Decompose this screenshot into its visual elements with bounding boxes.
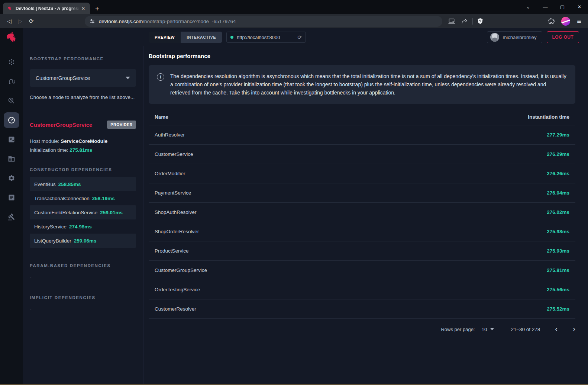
browser-tab[interactable]: Devtools | NestJS - A progressive ✕ <box>3 3 90 14</box>
forward-icon: ▷ <box>18 18 23 25</box>
user-avatar <box>490 33 499 42</box>
init-time-line: Initialization time: 275.81ms <box>30 146 136 155</box>
close-button[interactable]: ✕ <box>571 0 588 14</box>
preview-button[interactable]: PREVIEW <box>149 32 181 43</box>
col-name: Name <box>155 114 528 120</box>
address-bar[interactable]: devtools.nestjs.com/bootstrap-performanc… <box>85 16 442 27</box>
pagination: Rows per page: 10 21–30 of 278 ‹ › <box>149 319 575 340</box>
info-box: i The dependencies resolution algorithm … <box>149 65 575 104</box>
new-tab-button[interactable]: + <box>95 5 99 12</box>
window-dropdown-icon[interactable]: ⌄ <box>520 0 537 14</box>
browser-window: Devtools | NestJS - A progressive ✕ + ⌄ … <box>0 0 588 385</box>
list-item: EventBus258.85ms <box>30 177 136 191</box>
analysis-panel: BOOTSTRAP PERFORMANCE CustomerGroupServi… <box>23 46 143 384</box>
col-instantiation-time: Instantiation time <box>528 114 569 120</box>
target-reload-icon[interactable]: ⟳ <box>297 34 302 40</box>
user-chip[interactable]: michaelbromley <box>487 31 542 43</box>
nav-routes-icon[interactable] <box>4 74 19 89</box>
nav-logs-icon[interactable] <box>4 190 19 205</box>
extensions-icon[interactable] <box>548 18 555 25</box>
table-row[interactable]: OrderModifier276.26ms <box>149 164 575 183</box>
nestjs-favicon-icon <box>7 6 13 12</box>
back-icon[interactable]: ◁ <box>7 18 12 25</box>
table-row[interactable]: PaymentService276.04ms <box>149 183 575 203</box>
rows-per-page-select[interactable]: 10 <box>481 327 494 332</box>
send-to-device-icon[interactable] <box>448 18 455 24</box>
icon-rail <box>0 28 23 384</box>
next-page-button[interactable]: › <box>573 325 575 333</box>
table-header: Name Instantiation time <box>149 109 575 125</box>
target-url-input[interactable] <box>237 35 289 40</box>
param-deps-title: PARAM-BASED DEPENDENCIES <box>30 263 136 268</box>
table-row[interactable]: CustomerGroupService275.81ms <box>149 261 575 280</box>
page-range: 21–30 of 278 <box>511 327 540 332</box>
host-module-value: ServiceCoreModule <box>61 138 107 144</box>
table-row[interactable]: CustomerService276.29ms <box>149 145 575 164</box>
table-row[interactable]: ProductService275.93ms <box>149 241 575 261</box>
table-row[interactable]: OrderTestingService275.56ms <box>149 280 575 299</box>
chevron-down-icon <box>126 77 130 79</box>
panel-title: BOOTSTRAP PERFORMANCE <box>30 57 136 61</box>
table-row[interactable]: ShopAuthResolver276.02ms <box>149 203 575 222</box>
param-deps-empty: - <box>30 274 136 280</box>
constructor-deps-list: EventBus258.85ms TransactionalConnection… <box>30 177 136 248</box>
page-title: Bootstrap performance <box>149 53 575 59</box>
nav-audit-icon[interactable] <box>4 132 19 147</box>
username: michaelbromley <box>503 35 536 40</box>
tab-title: Devtools | NestJS - A progressive <box>16 6 80 11</box>
nav-tools-icon[interactable] <box>4 209 19 225</box>
performance-table: Name Instantiation time AuthResolver277.… <box>149 109 575 319</box>
browser-navbar: ◁ ▷ ⟳ devtools.nestjs.com/bootstrap-perf… <box>0 14 588 28</box>
node-select[interactable]: CustomerGroupService <box>30 69 136 87</box>
toolbar-divider <box>472 18 473 25</box>
table-row[interactable]: CustomerResolver275.52ms <box>149 299 575 319</box>
browser-menu-icon[interactable]: ≡ <box>577 17 581 26</box>
share-icon[interactable] <box>461 18 468 24</box>
tune-icon[interactable] <box>89 18 95 24</box>
rows-per-page-label: Rows per page: <box>441 327 475 332</box>
panel-hint: Choose a node to analyze from the list a… <box>30 93 136 101</box>
list-item: CustomFieldRelationService259.01ms <box>30 205 136 219</box>
provider-badge: PROVIDER <box>107 121 136 129</box>
previous-page-button[interactable]: ‹ <box>555 325 558 333</box>
nav-graph-icon[interactable] <box>4 54 19 70</box>
nav-performance-icon[interactable] <box>4 112 19 128</box>
implicit-deps-title: IMPLICIT DEPENDENCIES <box>30 295 136 300</box>
nav-insights-icon[interactable] <box>4 93 19 109</box>
list-item: TransactionalConnection258.19ms <box>30 191 136 205</box>
target-url-box: ⟳ <box>226 32 306 43</box>
nav-settings-icon[interactable] <box>4 170 19 186</box>
reload-icon[interactable]: ⟳ <box>29 18 34 25</box>
minimize-button[interactable]: — <box>537 0 554 14</box>
info-icon: i <box>157 73 164 81</box>
tab-close-icon[interactable]: ✕ <box>80 5 87 12</box>
constructor-deps-title: CONSTRUCTOR DEPENDENCIES <box>30 167 136 172</box>
selected-node-name: CustomerGroupService <box>30 122 92 128</box>
init-time-value: 275.81ms <box>70 147 92 153</box>
table-row[interactable]: AuthResolver277.29ms <box>149 125 575 145</box>
list-item: HistoryService274.98ms <box>30 219 136 234</box>
browser-titlebar: Devtools | NestJS - A progressive ✕ + ⌄ … <box>0 0 588 14</box>
logout-button[interactable]: LOG OUT <box>547 31 579 43</box>
table-row[interactable]: ShopOrderResolver275.98ms <box>149 222 575 241</box>
connection-status-dot <box>230 36 233 39</box>
browser-profile-avatar[interactable] <box>561 17 570 26</box>
implicit-deps-empty: - <box>30 306 136 312</box>
nav-modules-icon[interactable] <box>4 151 19 167</box>
app-header: PREVIEW INTERACTIVE ⟳ michaelbromley LOG… <box>23 28 588 46</box>
list-item: ListQueryBuilder259.06ms <box>30 234 136 248</box>
info-text: The dependencies resolution algorithm is… <box>170 72 567 97</box>
brave-shield-icon[interactable] <box>477 18 483 25</box>
maximize-button[interactable]: ▢ <box>554 0 571 14</box>
main-content: Bootstrap performance i The dependencies… <box>143 46 588 384</box>
host-module-line: Host module: ServiceCoreModule <box>30 137 136 146</box>
mode-toggle: PREVIEW INTERACTIVE <box>149 32 222 43</box>
nestjs-logo <box>4 31 19 46</box>
interactive-button[interactable]: INTERACTIVE <box>181 32 222 43</box>
url-text[interactable]: devtools.nestjs.com/bootstrap-performanc… <box>99 19 236 24</box>
devtools-app: PREVIEW INTERACTIVE ⟳ michaelbromley LOG… <box>0 28 588 384</box>
chevron-down-icon <box>490 328 494 330</box>
node-select-value: CustomerGroupService <box>36 75 90 81</box>
